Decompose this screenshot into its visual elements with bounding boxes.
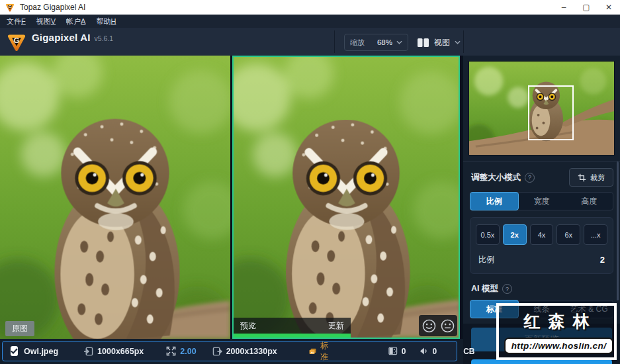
menu-file-hotkey: F bbox=[21, 17, 26, 25]
scale-custom-button[interactable]: ...x bbox=[584, 224, 607, 245]
mode-value: 标准 bbox=[320, 340, 332, 363]
blur-group: 0 bbox=[419, 347, 437, 356]
update-link[interactable]: 更新 bbox=[328, 320, 344, 332]
window-controls: – ▢ ✕ bbox=[553, 0, 620, 15]
preview-label: 预览 bbox=[240, 320, 256, 332]
scale-2x-button[interactable]: 2x bbox=[503, 224, 527, 245]
scale-buttons-row: 0.5x 2x 4x 6x ...x bbox=[476, 224, 607, 245]
zoom-dropdown[interactable]: 缩放 68% bbox=[344, 34, 408, 51]
mode-group: 标准 bbox=[309, 340, 332, 363]
navigation-thumbnail[interactable] bbox=[468, 61, 615, 156]
noise-value: 0 bbox=[402, 347, 406, 356]
blur-value: 0 bbox=[432, 347, 437, 356]
app-version: v5.6.1 bbox=[95, 34, 114, 42]
scale-factor-group: 2.00 bbox=[166, 346, 196, 356]
file-row[interactable]: Owl.jpeg 1000x665px 2.00 bbox=[2, 341, 457, 361]
file-checkbox[interactable] bbox=[11, 346, 18, 356]
menu-view-label: 视图 bbox=[36, 17, 51, 25]
menu-account[interactable]: 帐户A bbox=[66, 17, 85, 26]
header-separator bbox=[463, 30, 464, 53]
expand-arrows-icon bbox=[166, 346, 176, 356]
chevron-down-icon bbox=[455, 40, 461, 44]
scale-05x-button[interactable]: 0.5x bbox=[476, 224, 500, 245]
menu-help-hotkey: H bbox=[111, 17, 116, 25]
original-owl-image bbox=[0, 56, 230, 339]
happy-face-icon[interactable] bbox=[422, 319, 436, 333]
help-icon[interactable]: ? bbox=[502, 284, 512, 294]
ratio-label: 比例 bbox=[478, 254, 494, 265]
neutral-face-icon[interactable] bbox=[441, 319, 455, 333]
maximize-button[interactable]: ▢ bbox=[575, 0, 598, 15]
original-badge: 原图 bbox=[5, 321, 34, 336]
image-viewer: 原图 预览 更新 bbox=[0, 56, 463, 339]
brand: Gigapixel AI v5.6.1 bbox=[7, 32, 113, 52]
noise-group: 0 bbox=[388, 347, 406, 356]
output-size-group: 2000x1330px bbox=[212, 347, 277, 356]
menu-help[interactable]: 帮助H bbox=[96, 17, 116, 26]
menu-account-label: 帐户 bbox=[66, 17, 81, 25]
resize-mode-tabs: 比例 宽度 高度 bbox=[470, 192, 613, 210]
close-button[interactable]: ✕ bbox=[598, 0, 620, 15]
gigapixel-app-window: Topaz Gigapixel AI – ▢ ✕ 文件F 视图V 帐户A 帮助H… bbox=[0, 0, 620, 364]
tab-height[interactable]: 高度 bbox=[565, 193, 613, 210]
output-size-value: 2000x1330px bbox=[226, 347, 277, 356]
zoom-value: 68% bbox=[377, 38, 392, 46]
app-header: Gigapixel AI v5.6.1 缩放 68% 视图 bbox=[0, 28, 620, 56]
tab-width[interactable]: 宽度 bbox=[518, 193, 566, 210]
resize-section-title: 调整大小模式 bbox=[471, 172, 521, 183]
watermark-title: 红森林 bbox=[499, 310, 614, 332]
help-icon[interactable]: ? bbox=[525, 173, 535, 183]
sidebar-scrollbar[interactable] bbox=[617, 161, 619, 300]
view-label: 视图 bbox=[434, 37, 450, 48]
scale-4x-button[interactable]: 4x bbox=[530, 224, 554, 245]
blur-icon bbox=[419, 347, 428, 355]
ratio-value[interactable]: 2 bbox=[600, 255, 605, 265]
ai-model-title: AI 模型 bbox=[471, 283, 498, 295]
noise-icon bbox=[388, 347, 398, 355]
file-name: Owl.jpeg bbox=[24, 347, 58, 356]
menu-bar: 文件F 视图V 帐户A 帮助H bbox=[0, 15, 620, 28]
menu-file-label: 文件 bbox=[7, 17, 21, 25]
crop-button-label: 裁剪 bbox=[590, 173, 605, 183]
watermark-url: http://www.hoslin.cn/ bbox=[504, 338, 613, 354]
minimize-button[interactable]: – bbox=[553, 0, 575, 15]
watermark-overlay: 红森林 http://www.hoslin.cn/ bbox=[496, 303, 617, 360]
title-bar: Topaz Gigapixel AI – ▢ ✕ bbox=[0, 0, 620, 15]
split-view-icon bbox=[417, 38, 429, 48]
viewport-rectangle[interactable] bbox=[528, 85, 574, 140]
header-separator bbox=[334, 30, 335, 53]
ai-model-section-header: AI 模型 ? bbox=[463, 274, 620, 300]
resize-section-header: 调整大小模式 ? 裁剪 bbox=[463, 161, 620, 192]
export-icon bbox=[212, 347, 222, 356]
preview-caption-bar: 预览 更新 bbox=[234, 318, 351, 334]
scale-options-card: 0.5x 2x 4x 6x ...x 比例 2 bbox=[470, 217, 613, 274]
cb-indicator: CB bbox=[463, 347, 474, 356]
app-logo-icon bbox=[5, 3, 15, 12]
photo-stack-icon bbox=[309, 347, 316, 356]
primary-action-button[interactable] bbox=[471, 359, 612, 364]
scale-factor-value: 2.00 bbox=[180, 347, 196, 356]
chevron-down-icon bbox=[396, 40, 402, 44]
check-icon bbox=[11, 348, 18, 354]
crop-button[interactable]: 裁剪 bbox=[569, 168, 613, 187]
menu-file[interactable]: 文件F bbox=[7, 17, 26, 26]
menu-view[interactable]: 视图V bbox=[36, 17, 56, 26]
view-mode-dropdown[interactable]: 视图 bbox=[417, 34, 461, 51]
ratio-value-row: 比例 2 bbox=[476, 245, 607, 268]
status-bar: Owl.jpeg 1000x665px 2.00 bbox=[0, 339, 463, 364]
original-image-pane[interactable]: 原图 bbox=[0, 56, 230, 339]
feedback-box bbox=[419, 315, 457, 336]
crop-icon bbox=[578, 173, 586, 182]
preview-owl-image bbox=[234, 57, 459, 338]
window-title: Topaz Gigapixel AI bbox=[20, 3, 85, 12]
zoom-label: 缩放 bbox=[350, 38, 365, 48]
gigapixel-logo-icon bbox=[7, 32, 26, 52]
input-size-group: 1000x665px bbox=[83, 347, 144, 356]
preview-image-pane[interactable]: 预览 更新 bbox=[232, 56, 460, 339]
app-name: Gigapixel AI bbox=[32, 32, 91, 43]
import-icon bbox=[83, 347, 93, 356]
menu-account-hotkey: A bbox=[81, 17, 85, 25]
input-size-value: 1000x665px bbox=[97, 347, 144, 356]
scale-6x-button[interactable]: 6x bbox=[556, 224, 580, 245]
tab-scale[interactable]: 比例 bbox=[470, 192, 519, 210]
